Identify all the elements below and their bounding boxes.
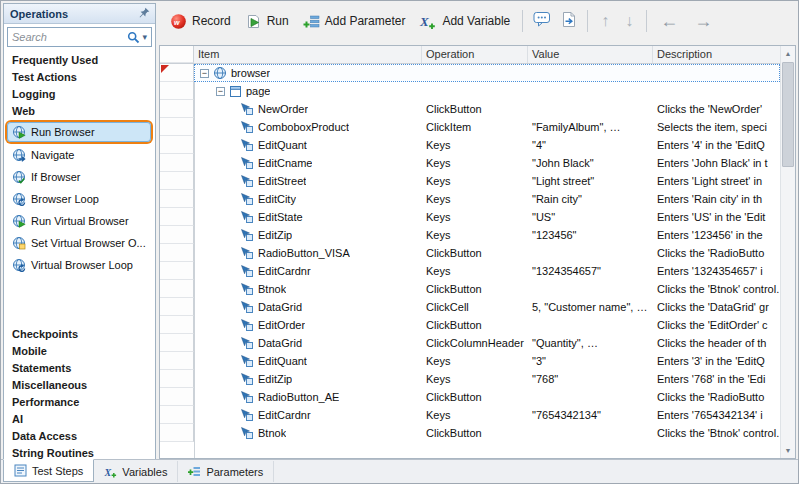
row-gutter [160,298,194,316]
browser-icon [213,66,227,80]
category-logging[interactable]: Logging [4,86,155,103]
tab-variables[interactable]: XVariables [94,461,178,482]
operation-label: Virtual Browser Loop [31,259,133,271]
search-icon[interactable] [126,31,141,44]
increase-indent-button[interactable]: → [686,12,720,30]
column-header-operation[interactable]: Operation [422,46,528,63]
onscreen-object-icon [240,426,254,440]
category-label: Web [12,105,35,117]
category-label: Statements [12,362,71,374]
test-step-row[interactable]: ComboboxProductClickItem"FamilyAlbum", …… [160,118,780,136]
collapse-toggle[interactable]: − [216,87,225,96]
operation-virtual-browser-loop[interactable]: Virtual Browser Loop [4,254,155,276]
operation-navigate[interactable]: Navigate [4,144,155,166]
tab-parameters[interactable]: Parameters [178,461,274,482]
test-step-row[interactable]: EditCnameKeys"John Black"Enters 'John Bl… [160,154,780,172]
onscreen-object-icon [240,354,254,368]
scrollbar-up-arrow[interactable]: ▲ [781,46,795,61]
test-step-row[interactable]: EditZipKeys"768"Enters '768' in the 'Edi [160,370,780,388]
test-step-row[interactable]: EditQuantKeys"3"Enters '3' in the 'EditQ [160,352,780,370]
add-description-button[interactable] [556,6,582,36]
onscreen-object-icon [240,228,254,242]
operations-search-box: ▾ [7,27,152,47]
add-parameter-button[interactable]: Add Parameter [296,8,413,35]
column-header-value[interactable]: Value [528,46,653,63]
category-statements[interactable]: Statements [4,360,155,377]
test-step-row[interactable]: EditCityKeys"Rain city"Enters 'Rain city… [160,190,780,208]
operation-run-browser[interactable]: Run Browser [7,122,151,142]
row-gutter [160,136,194,154]
operation-label: Navigate [31,149,74,161]
test-step-row[interactable]: EditOrderClickButtonClicks the 'EditOrde… [160,316,780,334]
test-step-row[interactable]: RadioButton_VISAClickButtonClicks the 'R… [160,244,780,262]
cell-item: EditZip [194,370,422,388]
category-checkpoints[interactable]: Checkpoints [4,326,155,343]
cell-value [528,82,653,100]
add-comment-button[interactable] [528,6,556,36]
search-options-dropdown-icon[interactable]: ▾ [141,33,151,42]
test-step-row[interactable]: EditCardnrKeys"7654342134"Enters '765434… [160,406,780,424]
cell-description: Enters '4' in the 'EditQ [653,136,780,154]
category-ai[interactable]: AI [4,411,155,428]
cell-operation [422,64,528,82]
category-mobile[interactable]: Mobile [4,343,155,360]
test-step-row[interactable]: DataGridClickCell5, "Customer name", …Cl… [160,298,780,316]
test-step-row[interactable]: EditStreetKeys"Light street"Enters 'Ligh… [160,172,780,190]
item-name: EditQuant [258,136,307,154]
test-step-row[interactable]: −browser [160,64,780,82]
test-step-row[interactable]: BtnokClickButtonClicks the 'Btnok' contr… [160,280,780,298]
decrease-indent-button[interactable]: ← [652,12,686,30]
cell-value: "US" [528,208,653,226]
move-down-button[interactable]: ↓ [617,13,641,29]
search-input[interactable] [8,31,126,43]
cell-operation: Keys [422,154,528,172]
test-step-row[interactable]: −page [160,82,780,100]
test-step-row[interactable]: BtnokClickButtonClicks the 'Btnok' contr… [160,424,780,442]
cell-item: EditZip [194,226,422,244]
category-web[interactable]: Web [4,103,155,120]
cell-value: 5, "Customer name", … [528,298,653,316]
cell-operation: ClickButton [422,244,528,262]
record-button[interactable]: w Record [163,8,238,35]
cell-description: Enters '768' in the 'Edi [653,370,780,388]
test-step-row[interactable]: RadioButton_AEClickButtonClicks the 'Rad… [160,388,780,406]
scrollbar-thumb[interactable] [782,62,794,167]
test-step-row[interactable]: NewOrderClickButtonClicks the 'NewOrder' [160,100,780,118]
cell-operation: ClickCell [422,298,528,316]
operation-run-virtual-browser[interactable]: Run Virtual Browser [4,210,155,232]
tab-test-steps[interactable]: Test Steps [3,459,94,482]
test-step-row[interactable]: EditStateKeys"US"Enters 'US' in the 'Edi… [160,208,780,226]
add-variable-button[interactable]: X Add Variable [412,8,517,35]
onscreen-object-icon [240,264,254,278]
category-label: Logging [12,88,55,100]
category-performance[interactable]: Performance [4,394,155,411]
category-miscellaneous[interactable]: Miscellaneous [4,377,155,394]
category-string-routines[interactable]: String Routines [4,445,155,460]
column-header-item[interactable]: Item [194,46,422,63]
test-step-row[interactable]: EditCardnrKeys"1324354657"Enters '132435… [160,262,780,280]
item-name: RadioButton_VISA [258,244,350,262]
cell-operation: Keys [422,172,528,190]
cell-value [528,244,653,262]
scrollbar-down-arrow[interactable]: ▼ [781,443,795,458]
cell-value: "Light street" [528,172,653,190]
test-step-row[interactable]: EditQuantKeys"4"Enters '4' in the 'EditQ [160,136,780,154]
operation-if-browser[interactable]: If Browser [4,166,155,188]
category-test-actions[interactable]: Test Actions [4,69,155,86]
pin-icon[interactable] [139,7,150,20]
category-frequently-used[interactable]: Frequently Used [4,52,155,69]
cell-item: EditCardnr [194,262,422,280]
cell-item: EditStreet [194,172,422,190]
vertical-scrollbar[interactable]: ▲ ▼ [780,46,795,458]
cell-item: EditQuant [194,352,422,370]
operation-browser-loop[interactable]: Browser Loop [4,188,155,210]
test-step-row[interactable]: DataGridClickColumnHeader"Quantity", …Cl… [160,334,780,352]
column-header-description[interactable]: Description [653,46,780,63]
operation-set-virtual-browser-o[interactable]: Set Virtual Browser O... [4,232,155,254]
test-step-row[interactable]: EditZipKeys"123456"Enters '123456' in th… [160,226,780,244]
category-data-access[interactable]: Data Access [4,428,155,445]
cell-value: "3" [528,352,653,370]
collapse-toggle[interactable]: − [200,69,209,78]
run-button[interactable]: Run [238,8,296,35]
move-up-button[interactable]: ↑ [593,13,617,29]
